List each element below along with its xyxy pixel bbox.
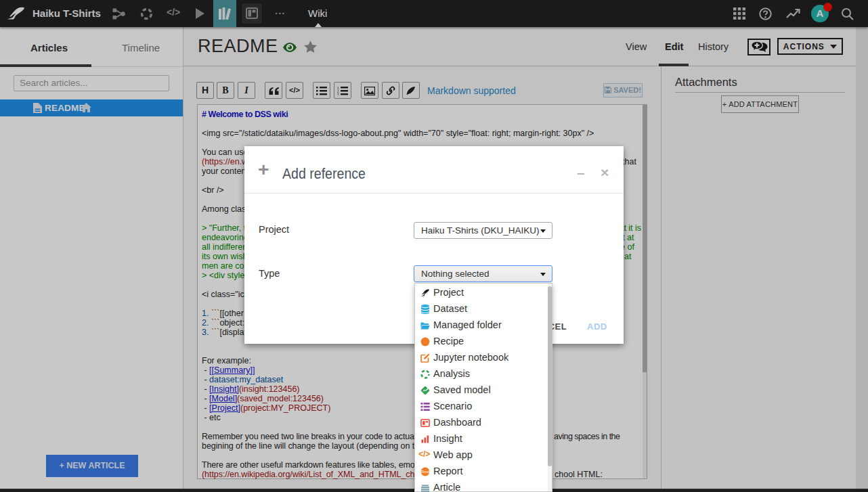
svg-text:Rmd: Rmd	[421, 470, 430, 474]
